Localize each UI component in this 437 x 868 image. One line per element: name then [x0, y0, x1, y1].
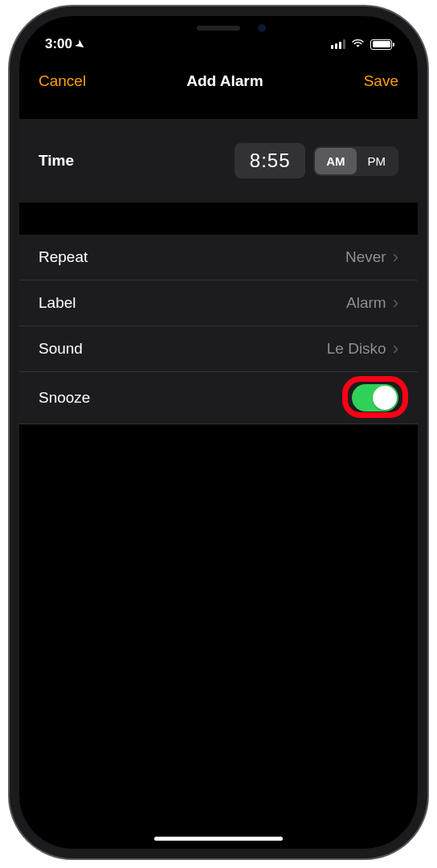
pm-button[interactable]: PM [357, 148, 398, 174]
time-input[interactable]: 8:55 [235, 143, 305, 178]
am-button[interactable]: AM [315, 148, 356, 174]
battery-icon [370, 39, 392, 50]
toggle-knob [373, 386, 397, 410]
screen: 3:00 ➤ Cancel Add Alarm S [19, 16, 418, 849]
snooze-label: Snooze [39, 389, 90, 407]
home-indicator[interactable] [154, 837, 283, 841]
repeat-row[interactable]: Repeat Never › [19, 235, 418, 280]
time-label: Time [39, 152, 74, 170]
sound-row[interactable]: Sound Le Disko › [19, 326, 418, 371]
repeat-value: Never [345, 248, 386, 266]
label-value: Alarm [346, 294, 386, 312]
repeat-label: Repeat [39, 248, 88, 266]
save-button[interactable]: Save [364, 72, 398, 90]
time-section: Time 8:55 AM PM [19, 119, 418, 203]
chevron-right-icon: › [393, 293, 398, 313]
chevron-right-icon: › [393, 247, 398, 268]
cancel-button[interactable]: Cancel [39, 72, 86, 90]
location-icon: ➤ [74, 37, 88, 52]
settings-list: Repeat Never › Label Alarm › Sound [19, 235, 418, 424]
page-title: Add Alarm [186, 72, 263, 90]
nav-header: Cancel Add Alarm Save [19, 58, 418, 101]
snooze-row: Snooze [19, 371, 418, 424]
speaker [197, 26, 240, 31]
front-camera [258, 24, 266, 32]
notch [134, 16, 303, 45]
sound-label: Sound [39, 340, 83, 358]
chevron-right-icon: › [393, 338, 398, 359]
label-row[interactable]: Label Alarm › [19, 280, 418, 326]
status-time: 3:00 [45, 36, 72, 52]
wifi-icon [351, 36, 365, 52]
label-label: Label [39, 294, 76, 312]
cellular-icon [331, 39, 345, 49]
device-frame: 3:00 ➤ Cancel Add Alarm S [10, 6, 427, 858]
sound-value: Le Disko [327, 340, 386, 358]
ampm-segmented-control[interactable]: AM PM [313, 146, 398, 176]
snooze-toggle[interactable] [352, 384, 398, 411]
